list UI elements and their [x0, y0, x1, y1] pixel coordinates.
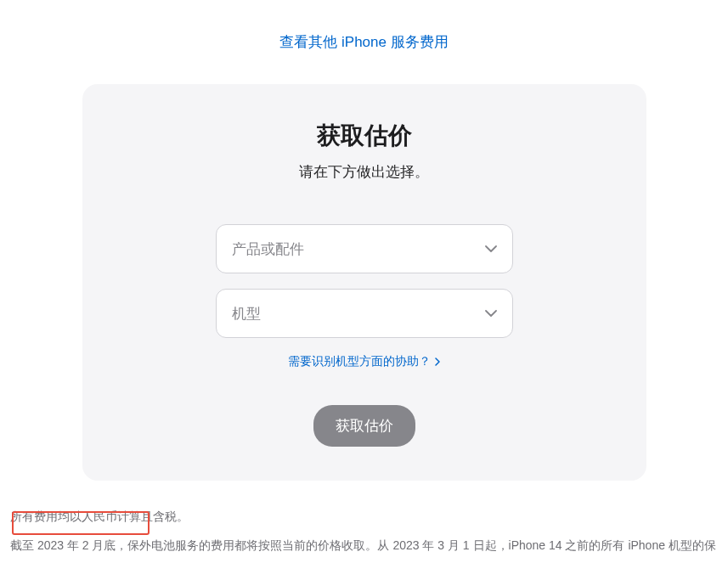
- chevron-down-icon: [485, 245, 497, 252]
- card-subtitle: 请在下方做出选择。: [116, 162, 612, 182]
- top-link-container: 查看其他 iPhone 服务费用: [0, 0, 728, 69]
- identify-model-help-link[interactable]: 需要识别机型方面的协助？: [288, 354, 441, 368]
- model-select-wrapper: 机型: [216, 289, 513, 338]
- footer-text: 所有费用均以人民币计算且含税。 截至 2023 年 2 月底，保外电池服务的费用…: [0, 504, 728, 563]
- product-select[interactable]: 产品或配件: [216, 224, 513, 273]
- product-select-placeholder: 产品或配件: [232, 239, 304, 259]
- estimate-card: 获取估价 请在下方做出选择。 产品或配件 机型 需要识别机型方面的协助？: [82, 84, 646, 481]
- card-title: 获取估价: [116, 120, 612, 152]
- model-select[interactable]: 机型: [216, 289, 513, 338]
- chevron-right-icon: [435, 355, 440, 369]
- footer-line-1: 所有费用均以人民币计算且含税。: [10, 504, 718, 528]
- model-select-placeholder: 机型: [232, 304, 261, 324]
- get-estimate-button[interactable]: 获取估价: [313, 405, 415, 447]
- footer-line-2: 截至 2023 年 2 月底，保外电池服务的费用都将按照当前的价格收取。从 20…: [10, 533, 718, 563]
- help-link-container: 需要识别机型方面的协助？: [116, 353, 612, 369]
- product-select-wrapper: 产品或配件: [216, 224, 513, 273]
- other-services-link[interactable]: 查看其他 iPhone 服务费用: [279, 34, 448, 50]
- help-link-label: 需要识别机型方面的协助？: [288, 354, 431, 368]
- chevron-down-icon: [485, 310, 497, 317]
